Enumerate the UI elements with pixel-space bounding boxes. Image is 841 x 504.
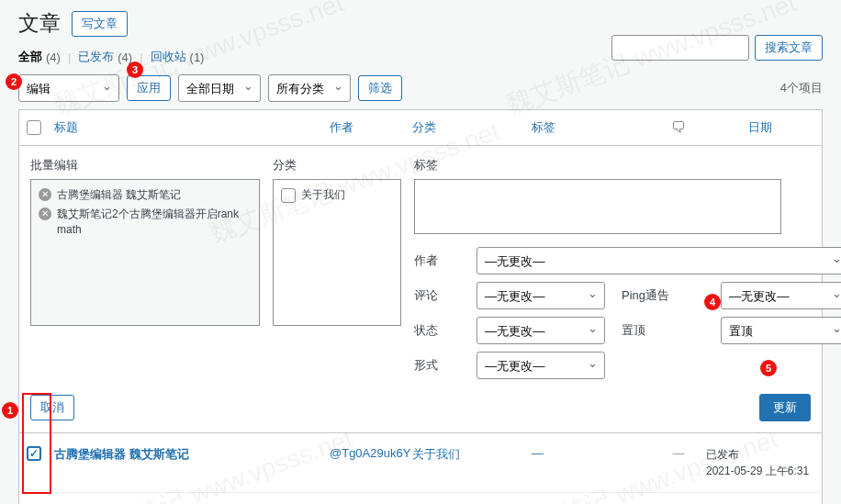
- comment-select[interactable]: —无更改—: [477, 282, 605, 309]
- annotation-4: 4: [704, 294, 721, 310]
- annotation-3: 3: [127, 62, 143, 78]
- select-all-checkbox[interactable]: [27, 120, 41, 135]
- search-button[interactable]: 搜索文章: [755, 35, 823, 61]
- sticky-select[interactable]: 置顶: [721, 317, 841, 344]
- filter-trash-count: (1): [190, 50, 205, 64]
- format-select[interactable]: —无更改—: [477, 352, 605, 379]
- comment-label: 评论: [414, 287, 460, 304]
- author-label: 作者: [414, 252, 460, 269]
- bulk-edit-label: 批量编辑: [30, 157, 260, 174]
- post-title-link[interactable]: 古腾堡编辑器 魏艾斯笔记: [54, 447, 189, 461]
- category-checkbox[interactable]: [281, 188, 296, 203]
- column-comments[interactable]: 🗨: [651, 119, 706, 136]
- table-header: 标题 作者 分类 标签 🗨 日期: [19, 110, 822, 146]
- remove-icon[interactable]: ✕: [39, 188, 51, 201]
- date-filter-select[interactable]: 全部日期: [178, 74, 261, 102]
- filter-trash[interactable]: 回收站: [151, 49, 186, 65]
- page-title: 文章: [18, 9, 61, 38]
- filter-button[interactable]: 筛选: [358, 75, 402, 101]
- filter-all[interactable]: 全部: [18, 49, 42, 65]
- ping-select[interactable]: —无更改—: [721, 282, 841, 309]
- ping-label: Ping通告: [622, 287, 704, 304]
- annotation-2: 2: [6, 73, 22, 90]
- category-link[interactable]: 关于我们: [412, 447, 460, 461]
- sticky-label: 置顶: [622, 322, 704, 339]
- separator: |: [140, 50, 142, 64]
- column-title[interactable]: 标题: [54, 119, 330, 136]
- column-tag: 标签: [532, 119, 651, 136]
- apply-button[interactable]: 应用: [127, 75, 171, 101]
- search-input[interactable]: [611, 35, 749, 61]
- table-row: 魏艾斯笔记2个古腾堡编辑器开启rank math @Tg0A29uk6Y 关于我…: [19, 493, 822, 504]
- separator: |: [68, 50, 71, 64]
- tag-cell: —: [532, 446, 651, 460]
- filter-published[interactable]: 已发布: [78, 49, 114, 65]
- bulk-title-item: ✕ 古腾堡编辑器 魏艾斯笔记: [39, 187, 252, 203]
- date-cell: 已发布 2021-05-29 上午6:31: [706, 446, 814, 479]
- bulk-edit-panel: 批量编辑 ✕ 古腾堡编辑器 魏艾斯笔记 ✕ 魏艾斯笔记2个古腾堡编辑器开启ran…: [19, 146, 822, 433]
- category-name: 关于我们: [301, 187, 345, 203]
- author-select[interactable]: —无更改—: [477, 247, 841, 274]
- tag-input[interactable]: [414, 179, 781, 234]
- annotation-5: 5: [760, 360, 777, 376]
- bulk-titles-list: ✕ 古腾堡编辑器 魏艾斯笔记 ✕ 魏艾斯笔记2个古腾堡编辑器开启rank mat…: [30, 179, 260, 326]
- comment-icon: 🗨: [671, 119, 686, 135]
- column-category: 分类: [412, 119, 532, 136]
- tag-label: 标签: [414, 157, 781, 174]
- filter-all-count: (4): [46, 50, 61, 64]
- column-date[interactable]: 日期: [706, 119, 814, 136]
- posts-table: 标题 作者 分类 标签 🗨 日期 批量编辑 ✕ 古腾堡编辑器 魏艾斯笔记 ✕: [18, 109, 823, 504]
- status-select[interactable]: —无更改—: [477, 317, 605, 344]
- category-checklist: 关于我们: [273, 179, 401, 326]
- bulk-title-item: ✕ 魏艾斯笔记2个古腾堡编辑器开启rank math: [39, 207, 252, 238]
- category-label: 分类: [273, 157, 401, 174]
- cancel-button[interactable]: 取消: [30, 395, 74, 420]
- column-author: 作者: [330, 119, 412, 136]
- author-link[interactable]: @Tg0A29uk6Y: [330, 446, 410, 460]
- table-row: 古腾堡编辑器 魏艾斯笔记 @Tg0A29uk6Y 关于我们 — — 已发布 20…: [19, 433, 822, 493]
- bulk-title-text: 魏艾斯笔记2个古腾堡编辑器开启rank math: [57, 207, 252, 238]
- bulk-title-text: 古腾堡编辑器 魏艾斯笔记: [57, 187, 181, 203]
- write-post-button[interactable]: 写文章: [72, 11, 128, 37]
- comment-cell: —: [651, 446, 706, 460]
- annotation-1: 1: [2, 402, 18, 419]
- status-label: 状态: [414, 322, 460, 339]
- category-option[interactable]: 关于我们: [281, 187, 393, 203]
- item-count: 4个项目: [780, 80, 823, 96]
- remove-icon[interactable]: ✕: [39, 207, 51, 220]
- update-button[interactable]: 更新: [759, 394, 811, 421]
- category-filter-select[interactable]: 所有分类: [268, 74, 351, 102]
- row-checkbox[interactable]: [27, 446, 41, 461]
- format-label: 形式: [414, 357, 460, 374]
- bulk-action-select[interactable]: 编辑: [18, 74, 119, 102]
